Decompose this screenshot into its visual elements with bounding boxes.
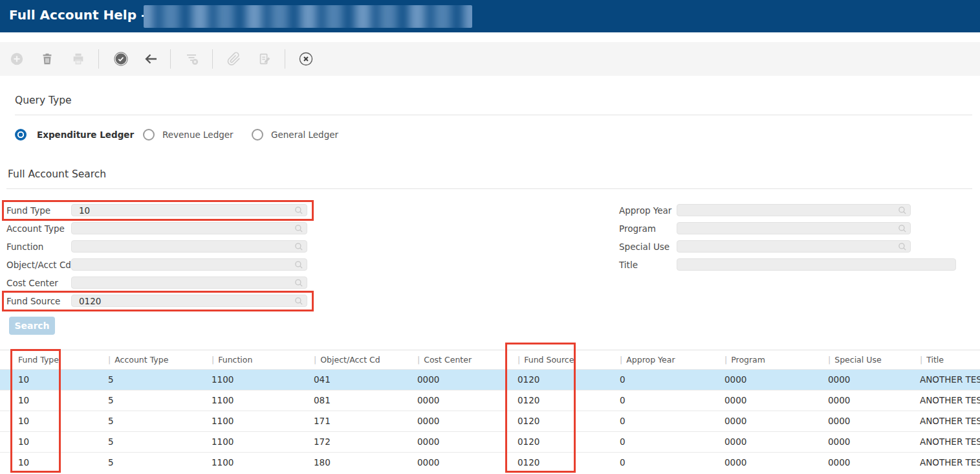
clear-filter-button[interactable] (184, 51, 200, 67)
field-label-special-use: Special Use (619, 242, 670, 252)
cell-fund-type: 10 (0, 431, 108, 452)
radio-circle-expenditure-ledger[interactable] (15, 129, 27, 141)
field-input-object-acct-cd[interactable] (71, 258, 307, 271)
add-button[interactable] (10, 51, 25, 67)
print-button[interactable] (71, 51, 87, 67)
cell-object-acct-cd: 180 (314, 452, 417, 473)
field-label-program: Program (619, 223, 656, 234)
search-lookup-icon[interactable] (294, 260, 304, 270)
back-button[interactable] (143, 51, 158, 67)
column-header-account-type: |Account Type (108, 350, 212, 369)
cell-special-use: 0000 (828, 452, 920, 473)
toolbar-separator (285, 49, 285, 69)
cell-program: 0000 (724, 411, 828, 431)
redaction-blur (144, 5, 472, 28)
cell-title: ANOTHER TES (920, 390, 980, 411)
cell-program: 0000 (724, 431, 828, 452)
radio-circle-revenue-ledger[interactable] (143, 129, 155, 141)
close-circle-icon (299, 52, 313, 66)
accept-button[interactable] (114, 51, 129, 67)
cell-program: 0000 (724, 369, 828, 390)
column-separator: | (314, 355, 316, 365)
table-row[interactable]: 105110008100000120000000000ANOTHER TES (0, 390, 980, 411)
search-section-divider (6, 188, 972, 189)
column-header-cost-center: |Cost Center (417, 350, 517, 369)
search-lookup-icon[interactable] (294, 205, 304, 216)
cell-function: 1100 (212, 452, 314, 473)
results-table: Fund Type|Account Type|Function|Object/A… (0, 350, 980, 473)
cell-object-acct-cd: 041 (314, 369, 417, 390)
table-row[interactable]: 105110017100000120000000000ANOTHER TES (0, 411, 980, 431)
cell-fund-source: 0120 (517, 390, 620, 411)
window-title: Full Account Help - (9, 7, 146, 23)
column-header-fund-source: |Fund Source (517, 350, 620, 369)
query-type-divider (15, 115, 972, 115)
cell-account-type: 5 (108, 411, 212, 431)
search-lookup-icon[interactable] (294, 296, 304, 306)
cell-cost-center: 0000 (417, 452, 517, 473)
column-header-title: |Title (920, 350, 980, 369)
toolbar-separator (212, 49, 213, 69)
redacted-account-text (144, 5, 472, 28)
cell-title: ANOTHER TES (920, 431, 980, 452)
field-input-function[interactable] (71, 240, 307, 253)
delete-button[interactable] (40, 51, 56, 67)
column-separator: | (620, 355, 622, 365)
title-bar: Full Account Help - (0, 0, 980, 32)
cell-function: 1100 (212, 431, 314, 452)
field-input-account-type[interactable] (71, 222, 307, 234)
field-input-fund-source[interactable] (71, 295, 307, 307)
column-separator: | (724, 355, 727, 365)
search-lookup-icon[interactable] (897, 242, 908, 252)
cell-cost-center: 0000 (417, 411, 517, 431)
field-input-fund-type[interactable] (71, 204, 307, 216)
table-row[interactable]: 105110004100000120000000000ANOTHER TES (0, 369, 980, 390)
cell-approp-year: 0 (620, 390, 724, 411)
cell-title: ANOTHER TES (920, 411, 980, 431)
cell-special-use: 0000 (828, 369, 920, 390)
column-header-special-use: |Special Use (828, 350, 920, 369)
field-label-fund-source: Fund Source (6, 296, 60, 306)
printer-icon (71, 52, 85, 66)
cell-approp-year: 0 (620, 452, 724, 473)
field-input-cost-center[interactable] (71, 276, 307, 289)
cell-account-type: 5 (108, 452, 212, 473)
table-row[interactable]: 105110018000000120000000000ANOTHER TES (0, 452, 980, 473)
results-header-row: Fund Type|Account Type|Function|Object/A… (0, 350, 980, 369)
field-input-title[interactable] (677, 258, 956, 271)
field-label-cost-center: Cost Center (6, 278, 58, 288)
field-input-program[interactable] (677, 222, 911, 234)
table-row[interactable]: 105110017200000120000000000ANOTHER TES (0, 431, 980, 452)
cell-object-acct-cd: 172 (314, 431, 417, 452)
field-input-approp-year[interactable] (677, 204, 911, 216)
search-lookup-icon[interactable] (897, 223, 908, 234)
cell-fund-source: 0120 (517, 369, 620, 390)
column-separator: | (517, 355, 520, 365)
cell-cost-center: 0000 (417, 390, 517, 411)
search-button[interactable]: Search (9, 317, 55, 335)
attach-button[interactable] (227, 51, 243, 67)
column-header-fund-type: Fund Type (0, 350, 108, 369)
column-separator: | (417, 355, 420, 365)
search-lookup-icon[interactable] (897, 205, 908, 216)
plus-circle-icon (10, 52, 24, 66)
trash-icon (40, 52, 54, 66)
radio-label-expenditure-ledger: Expenditure Ledger (37, 130, 134, 140)
cell-object-acct-cd: 171 (314, 411, 417, 431)
results-grid: Fund Type|Account Type|Function|Object/A… (0, 350, 980, 473)
search-lookup-icon[interactable] (294, 223, 304, 234)
search-lookup-icon[interactable] (294, 242, 304, 252)
radio-label-revenue-ledger: Revenue Ledger (162, 130, 234, 140)
close-button[interactable] (299, 51, 314, 67)
field-input-special-use[interactable] (677, 240, 911, 253)
search-lookup-icon[interactable] (294, 278, 304, 288)
column-separator: | (828, 355, 831, 365)
cell-function: 1100 (212, 411, 314, 431)
cell-special-use: 0000 (828, 431, 920, 452)
field-label-object-acct-cd: Object/Acct Cd (6, 260, 71, 270)
column-separator: | (212, 355, 214, 365)
column-header-program: |Program (724, 350, 828, 369)
cell-fund-type: 10 (0, 411, 108, 431)
notes-button[interactable] (257, 51, 273, 67)
radio-circle-general-ledger[interactable] (252, 129, 263, 141)
